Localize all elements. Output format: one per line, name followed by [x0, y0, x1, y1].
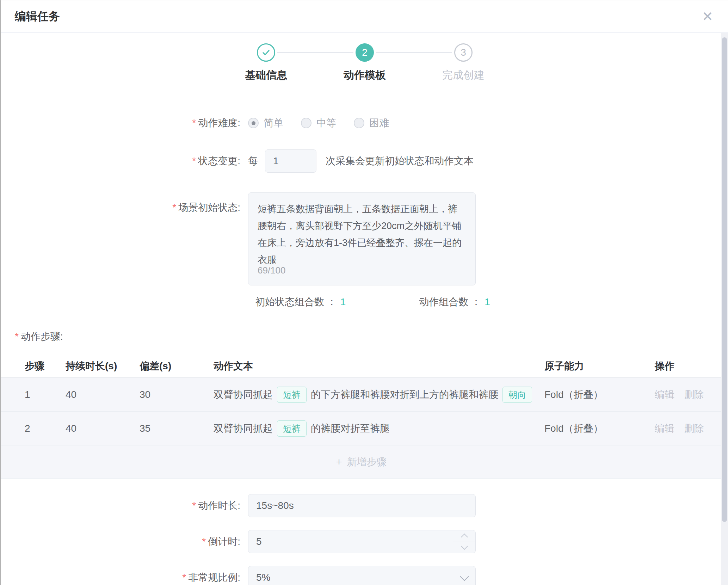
countdown-input[interactable]: 5 [248, 530, 476, 553]
table-row: 2 40 35 双臂协同抓起 短裤 的裤腰对折至裤腿 Fold（折叠） 编辑 删… [1, 412, 722, 445]
cell-step: 1 [25, 389, 66, 400]
cell-action-text: 双臂协同抓起 短裤 的裤腰对折至裤腿 [214, 420, 544, 437]
required-marker: * [192, 155, 196, 166]
initial-combo-label: 初始状态组合数 ： [255, 295, 337, 309]
radio-icon [301, 118, 311, 128]
countdown-value: 5 [256, 536, 262, 547]
required-marker: * [192, 117, 196, 128]
spinner-up-button[interactable] [453, 530, 475, 542]
table-row: 1 40 30 双臂协同抓起 短裤 的下方裤腿和裤腰对折到上方的裤腿和裤腰 朝向… [1, 378, 722, 412]
cell-capability: Fold（折叠） [544, 388, 655, 401]
ratio-value: 5% [256, 572, 270, 583]
bottom-form: *动作时长: 15s~80s *倒计时: 5 [1, 494, 728, 585]
countdown-row: *倒计时: 5 [1, 530, 728, 553]
step-action-template: 2 动作模板 [315, 43, 414, 82]
required-marker: * [15, 331, 19, 342]
radio-label: 中等 [316, 116, 336, 130]
task-form: *动作难度: 简单 中等 困难 *状态变更: [1, 116, 728, 309]
step-finish-create: 3 完成创建 [414, 43, 513, 82]
orientation-tag: 朝向 [502, 387, 532, 403]
step-label: 基础信息 [245, 68, 287, 82]
required-marker: * [172, 202, 176, 213]
action-duration-row: *动作时长: 15s~80s [1, 494, 728, 517]
plus-icon: + [336, 456, 342, 468]
radio-icon [248, 118, 259, 128]
vertical-scrollbar [721, 33, 728, 585]
scrollbar-thumb[interactable] [722, 37, 727, 522]
step-number: 2 [362, 47, 368, 58]
radio-icon [354, 118, 364, 128]
radio-label: 简单 [264, 116, 283, 130]
action-combo-label: 动作组合数 ： [419, 295, 481, 309]
chevron-up-icon [461, 534, 468, 541]
ratio-label: *非常规比例: [1, 571, 248, 584]
step-pending-circle: 3 [454, 43, 473, 62]
step-done-circle [257, 43, 275, 62]
spinner-down-button[interactable] [453, 542, 475, 553]
radio-hard[interactable]: 困难 [354, 116, 389, 130]
header-capability: 原子能力 [544, 359, 655, 373]
cell-capability: Fold（折叠） [544, 422, 655, 435]
close-button[interactable]: ✕ [699, 8, 716, 25]
required-marker: * [182, 572, 186, 583]
cell-operations: 编辑 删除 [655, 388, 722, 401]
edit-task-dialog: 编辑任务 ✕ 基础信息 2 动作模板 [0, 0, 728, 585]
radio-label: 困难 [369, 116, 389, 130]
step-number: 3 [461, 47, 466, 58]
chevron-down-icon [460, 572, 469, 581]
state-change-prefix: 每 [248, 154, 258, 168]
initial-combo-value: 1 [340, 296, 346, 308]
state-change-label: *状态变更: [1, 154, 248, 168]
table-header-row: 步骤 持续时长(s) 偏差(s) 动作文本 原子能力 操作 [1, 355, 722, 378]
stepper-connector [376, 52, 452, 53]
initial-state-row: *场景初始状态: 短裤五条数据背面朝上，五条数据正面朝上，裤腰朝右，离头部视野下… [1, 192, 728, 285]
header-action-text: 动作文本 [214, 359, 544, 373]
check-icon [261, 47, 271, 58]
required-marker: * [202, 536, 206, 547]
number-spinner [453, 530, 475, 553]
initial-state-text: 短裤五条数据背面朝上，五条数据正面朝上，裤腰朝右，离头部视野下方至少20cm之外… [258, 201, 466, 268]
object-tag: 短裤 [277, 387, 307, 403]
difficulty-row: *动作难度: 简单 中等 困难 [1, 116, 728, 130]
cell-duration: 40 [66, 389, 140, 400]
header-deviation: 偏差(s) [140, 359, 214, 373]
header-step: 步骤 [25, 359, 66, 373]
difficulty-label: *动作难度: [1, 116, 248, 130]
add-step-button[interactable]: + 新增步骤 [1, 445, 722, 479]
cell-action-text: 双臂协同抓起 短裤 的下方裤腿和裤腰对折到上方的裤腿和裤腰 朝向 [214, 387, 544, 403]
chevron-down-icon [461, 543, 468, 550]
cell-deviation: 35 [140, 423, 214, 434]
edit-button[interactable]: 编辑 [655, 388, 674, 401]
object-tag: 短裤 [277, 420, 307, 437]
radio-easy[interactable]: 简单 [248, 116, 283, 130]
char-counter: 69/100 [258, 262, 286, 279]
wizard-stepper: 基础信息 2 动作模板 3 完成创建 [217, 43, 513, 82]
delete-button[interactable]: 删除 [684, 388, 704, 401]
delete-button[interactable]: 删除 [684, 422, 704, 435]
state-change-input[interactable]: 1 [265, 149, 316, 173]
edit-button[interactable]: 编辑 [655, 422, 674, 435]
cell-deviation: 30 [140, 389, 214, 400]
ratio-row: *非常规比例: 5% [1, 566, 728, 585]
required-marker: * [192, 500, 196, 511]
step-basic-info: 基础信息 [217, 43, 315, 82]
action-steps-table: 步骤 持续时长(s) 偏差(s) 动作文本 原子能力 操作 1 40 30 双臂… [1, 355, 722, 479]
action-combo-count: 动作组合数 ： 1 [419, 295, 490, 309]
action-steps-label: *动作步骤: [15, 330, 728, 343]
radio-medium[interactable]: 中等 [301, 116, 336, 130]
initial-state-textarea[interactable]: 短裤五条数据背面朝上，五条数据正面朝上，裤腰朝右，离头部视野下方至少20cm之外… [248, 192, 476, 285]
state-change-row: *状态变更: 每 1 次采集会更新初始状态和动作文本 [1, 149, 728, 173]
header-duration: 持续时长(s) [66, 359, 140, 373]
combo-counts-row: 初始状态组合数 ： 1 动作组合数 ： 1 [255, 295, 728, 309]
state-change-suffix: 次采集会更新初始状态和动作文本 [326, 154, 474, 168]
difficulty-radio-group: 简单 中等 困难 [248, 116, 389, 130]
action-duration-input[interactable]: 15s~80s [248, 494, 476, 517]
ratio-select[interactable]: 5% [248, 566, 476, 585]
cell-operations: 编辑 删除 [655, 422, 722, 435]
header-operations: 操作 [655, 359, 722, 373]
initial-combo-count: 初始状态组合数 ： 1 [255, 295, 346, 309]
dialog-header: 编辑任务 ✕ [1, 0, 728, 33]
action-combo-value: 1 [485, 296, 490, 308]
cell-duration: 40 [66, 423, 140, 434]
countdown-label: *倒计时: [1, 535, 248, 548]
